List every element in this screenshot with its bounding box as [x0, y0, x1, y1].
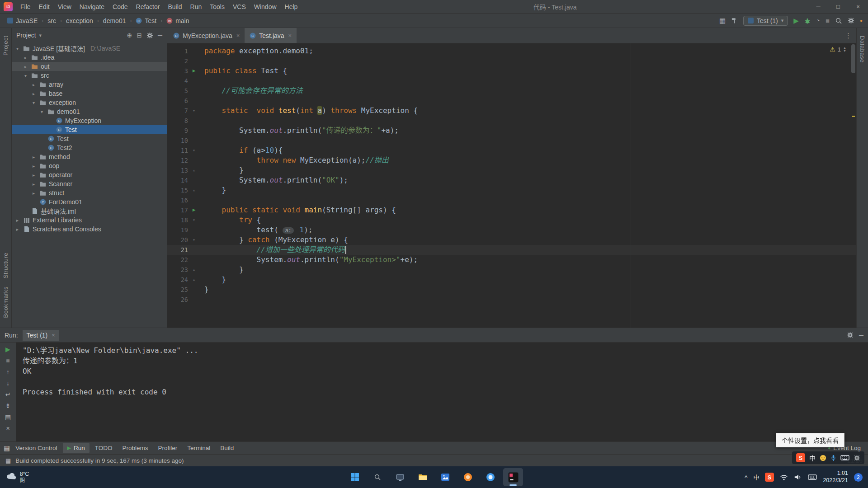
- tray-chevron-icon[interactable]: ^: [745, 474, 747, 480]
- tree-item-idea[interactable]: ▸.idea: [12, 53, 167, 62]
- chevron-right-icon[interactable]: ▸: [23, 55, 28, 60]
- code-line-20[interactable]: 20▾ } catch (MyException e) {: [167, 235, 856, 245]
- tree-item-iml[interactable]: 基础语法.iml: [12, 206, 167, 216]
- fold-up-icon[interactable]: ▴: [188, 265, 200, 275]
- code-line-13[interactable]: 13▴ }: [167, 165, 856, 175]
- taskbar-app-taskview[interactable]: [390, 468, 410, 486]
- code-line-7[interactable]: 7▾ static void test(int a) throws MyExce…: [167, 106, 856, 116]
- maximize-button[interactable]: □: [828, 0, 848, 13]
- toolwindow-button-structure[interactable]: Structure: [2, 253, 9, 278]
- clear-icon[interactable]: ×: [6, 425, 9, 432]
- ime-mode-label[interactable]: 中: [809, 453, 816, 462]
- ime-icon[interactable]: 中: [753, 474, 759, 480]
- tree-item-base[interactable]: ▸base: [12, 89, 167, 98]
- menu-tools[interactable]: Tools: [206, 1, 229, 12]
- code-line-23[interactable]: 23▴ }: [167, 265, 856, 275]
- search-icon[interactable]: [835, 17, 842, 24]
- scrollbar-thumb[interactable]: [851, 44, 855, 73]
- breadcrumb-javase[interactable]: JavaSE: [5, 16, 39, 25]
- taskbar-app-browser[interactable]: [458, 468, 478, 486]
- editor-scrollbar[interactable]: [851, 43, 856, 328]
- hammer-icon[interactable]: [731, 17, 738, 24]
- notification-badge[interactable]: 2: [854, 473, 863, 482]
- softwrap-icon[interactable]: ↵: [5, 391, 11, 398]
- toolwindow-button-bookmarks[interactable]: Bookmarks: [2, 286, 9, 318]
- code-line-15[interactable]: 15▴ }: [167, 185, 856, 195]
- project-panel-title[interactable]: Project: [16, 32, 36, 39]
- chevron-down-icon[interactable]: ▾: [23, 73, 28, 78]
- scrollend-icon[interactable]: ⇟: [5, 403, 11, 409]
- toolwindow-tab-profiler[interactable]: Profiler: [154, 443, 182, 453]
- taskbar-app-chrome[interactable]: [481, 468, 500, 486]
- keyboard-icon[interactable]: [840, 455, 849, 461]
- close-tab-icon[interactable]: ×: [288, 32, 292, 39]
- stop-icon[interactable]: ■: [826, 17, 830, 24]
- run-icon[interactable]: ▶: [188, 66, 200, 76]
- run-icon[interactable]: ▶: [188, 205, 200, 215]
- sogou-icon[interactable]: S: [765, 473, 774, 482]
- close-tab-icon[interactable]: ×: [52, 332, 55, 338]
- code-line-18[interactable]: 18▾ try {: [167, 215, 856, 225]
- chevron-right-icon[interactable]: ▸: [31, 173, 37, 178]
- chevron-right-icon[interactable]: ▸: [31, 155, 37, 160]
- tree-item-src[interactable]: ▾src: [12, 71, 167, 80]
- breadcrumb-exception[interactable]: exception: [64, 16, 95, 25]
- mic-icon[interactable]: [830, 455, 836, 461]
- taskbar-clock[interactable]: 1:01 2022/3/21: [823, 470, 848, 484]
- code-line-25[interactable]: 25}: [167, 285, 856, 295]
- chevron-down-icon[interactable]: ▾: [39, 109, 45, 114]
- prev-warning-icon[interactable]: ▲: [843, 46, 846, 49]
- layout-icon[interactable]: ▦: [719, 17, 726, 24]
- collapse-icon[interactable]: ⊟: [137, 32, 142, 39]
- tree-item-fordemo01[interactable]: CForDemo01: [12, 197, 167, 206]
- toolwindow-button-database[interactable]: Database: [859, 36, 866, 63]
- code-area[interactable]: 1package exception.demo01;23▶public clas…: [167, 43, 856, 328]
- code-line-3[interactable]: 3▶public class Test {: [167, 66, 856, 76]
- toolwindow-tab-run[interactable]: ▶Run: [63, 443, 90, 453]
- fold-up-icon[interactable]: ▴: [188, 275, 200, 285]
- chevron-right-icon[interactable]: ▸: [31, 82, 37, 87]
- run-config-select[interactable]: Test (1)▾: [743, 16, 788, 26]
- fold-down-icon[interactable]: ▾: [188, 145, 200, 155]
- breadcrumb-main[interactable]: mmain: [165, 16, 191, 25]
- toolwindow-switcher-icon[interactable]: ▦: [4, 445, 10, 451]
- updates-icon[interactable]: ●: [860, 19, 863, 23]
- tree-item-test2[interactable]: CTest2: [12, 143, 167, 152]
- chevron-right-icon[interactable]: ▸: [31, 91, 37, 96]
- tree-item-scanner[interactable]: ▸Scanner: [12, 179, 167, 188]
- toolwindow-tab-terminal[interactable]: Terminal: [183, 443, 215, 453]
- up-icon[interactable]: ↑: [6, 369, 9, 375]
- breadcrumb-src[interactable]: src: [46, 16, 58, 25]
- fold-down-icon[interactable]: ▾: [188, 215, 200, 225]
- hide-icon[interactable]: ─: [158, 32, 162, 39]
- tree-item-test[interactable]: CTest: [12, 125, 167, 134]
- tree-item-operator[interactable]: ▸operator: [12, 170, 167, 179]
- chevron-right-icon[interactable]: ▸: [31, 164, 37, 169]
- code-line-11[interactable]: 11▾ if (a>10){: [167, 145, 856, 155]
- hide-icon[interactable]: ─: [859, 332, 863, 338]
- toolwindow-tab-build[interactable]: Build: [216, 443, 238, 453]
- code-line-12[interactable]: 12 throw new MyException(a);//抛出: [167, 155, 856, 165]
- inspection-widget[interactable]: ⚠ 1 ▲ ▼: [830, 46, 846, 53]
- tree-item-myexception[interactable]: CMyException: [12, 116, 167, 125]
- tree-item-external-libraries[interactable]: ▸External Libraries: [12, 216, 167, 225]
- fold-up-icon[interactable]: ▴: [188, 185, 200, 195]
- tree-item-scratches-and-consoles[interactable]: ▸Scratches and Consoles: [12, 225, 167, 234]
- code-line-19[interactable]: 19 test( a: 1);: [167, 225, 856, 235]
- code-line-14[interactable]: 14 System.out.println("OK");: [167, 175, 856, 185]
- taskbar-app-search[interactable]: [368, 468, 387, 486]
- toolwindow-tab-todo[interactable]: TODO: [90, 443, 117, 453]
- code-line-6[interactable]: 6: [167, 96, 856, 106]
- taskbar-app-photos[interactable]: [435, 468, 455, 486]
- wifi-icon[interactable]: [780, 474, 788, 481]
- down-icon[interactable]: ↓: [6, 380, 9, 386]
- tree-item-out[interactable]: ▸out: [12, 62, 167, 71]
- locate-icon[interactable]: ⊕: [127, 32, 132, 39]
- project-tree[interactable]: ▾JavaSE [基础语法]D:\JavaSE▸.idea▸out▾src▸ar…: [12, 42, 167, 328]
- taskbar-app-explorer[interactable]: [413, 468, 433, 486]
- menu-window[interactable]: Window: [250, 1, 281, 12]
- code-line-17[interactable]: 17▶ public static void main(String[] arg…: [167, 205, 856, 215]
- chevron-right-icon[interactable]: ▸: [14, 227, 20, 232]
- code-line-1[interactable]: 1package exception.demo01;: [167, 46, 856, 56]
- code-editor[interactable]: 1package exception.demo01;23▶public clas…: [167, 43, 856, 328]
